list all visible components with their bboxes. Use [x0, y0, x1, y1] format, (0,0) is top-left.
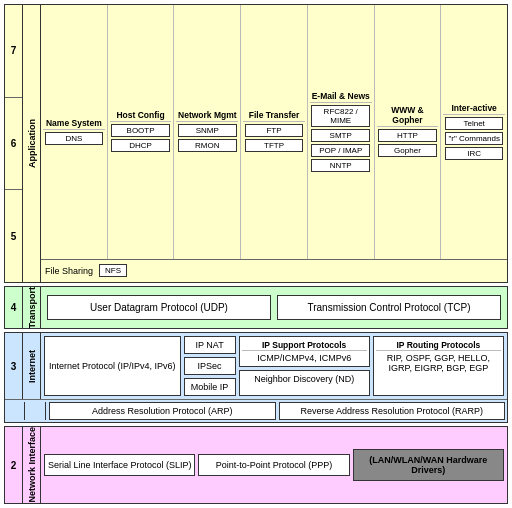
r-commands-box: "r" Commands [445, 132, 504, 145]
application-layer-label: Application [23, 5, 41, 282]
application-layer-name: Application [27, 119, 37, 168]
arp-spacer-label [28, 402, 46, 420]
ip-support-box: IP Support Protocols ICMP/ICMPv4, ICMPv6 [239, 336, 370, 367]
file-sharing-label: File Sharing [45, 266, 93, 276]
internet-protocols-area: Internet Protocol (IP/IPv4, IPv6) IP NAT… [41, 333, 507, 399]
app-col-title-www-gopher: WWW & Gopher [377, 105, 439, 127]
irc-box: IRC [445, 147, 504, 160]
internet-layer-name: Internet [27, 350, 37, 383]
arp-box: Address Resolution Protocol (ARP) [49, 402, 276, 420]
transport-layer-label: Transport [23, 287, 41, 329]
ip-support-protocols: ICMP/ICMPv4, ICMPv6 [242, 353, 367, 363]
bootp-box: BOOTP [111, 124, 170, 137]
internet-support-col: IP Support Protocols ICMP/ICMPv4, ICMPv6… [239, 336, 370, 396]
tftp-box: TFTP [245, 139, 304, 152]
ip-support-title: IP Support Protocols [242, 340, 367, 351]
ipsec-box: IPSec [184, 357, 236, 375]
internet-main-row: 3 Internet Internet Protocol (IP/IPv4, I… [5, 333, 507, 400]
tcp-box: Transmission Control Protocol (TCP) [277, 295, 501, 320]
transport-protocols-area: User Datagram Protocol (UDP) Transmissio… [41, 287, 507, 329]
network-interface-layer: 2 Network Interface Serial Line Interfac… [4, 426, 508, 504]
application-layer: 7 6 5 Application Name System DNS Host C… [4, 4, 508, 283]
ftp-box: FTP [245, 124, 304, 137]
dns-box: DNS [45, 132, 104, 145]
ip-routing-box: IP Routing Protocols RIP, OSPF, GGP, HEL… [373, 336, 504, 396]
arp-rarp-area: Address Resolution Protocol (ARP) Revers… [49, 402, 505, 420]
ppp-box: Point-to-Point Protocol (PPP) [198, 454, 349, 476]
app-col-title-host-config: Host Config [110, 110, 172, 122]
http-box: HTTP [378, 129, 437, 142]
app-file-transfer-cell: File Transfer FTP TFTP [241, 5, 308, 259]
internet-layer-number: 3 [5, 333, 23, 399]
app-www-gopher-cell: WWW & Gopher HTTP Gopher [375, 5, 442, 259]
transport-layer: 4 Transport User Datagram Protocol (UDP)… [4, 286, 508, 330]
internet-layer-label: Internet [23, 333, 41, 399]
dhcp-box: DHCP [111, 139, 170, 152]
layer-number-7: 7 [5, 5, 22, 98]
netif-layer-label: Network Interface [23, 427, 41, 503]
app-email-news-cell: E-Mail & News RFC822 / MIME SMTP POP / I… [308, 5, 375, 259]
rfc822-box: RFC822 / MIME [311, 105, 370, 127]
slip-box: Serial Line Interface Protocol (SLIP) [44, 454, 195, 476]
layer-number-5: 5 [5, 190, 22, 282]
internet-layer: 3 Internet Internet Protocol (IP/IPv4, I… [4, 332, 508, 423]
app-col-title-file-transfer: File Transfer [243, 110, 305, 122]
smtp-box: SMTP [311, 129, 370, 142]
netif-layer-number: 2 [5, 427, 23, 503]
netif-protocols-area: Serial Line Interface Protocol (SLIP) Po… [41, 427, 507, 503]
internet-routing-col: IP Routing Protocols RIP, OSPF, GGP, HEL… [373, 336, 504, 396]
app-host-config-cell: Host Config BOOTP DHCP [108, 5, 175, 259]
pop-imap-box: POP / IMAP [311, 144, 370, 157]
app-col-title-email-news: E-Mail & News [310, 91, 372, 103]
application-protocols: Name System DNS Host Config BOOTP DHCP N… [41, 5, 507, 282]
nntp-box: NNTP [311, 159, 370, 172]
lan-wlan-wan-box: (LAN/WLAN/WAN Hardware Drivers) [353, 449, 504, 481]
app-network-mgmt-cell: Network Mgmt SNMP RMON [174, 5, 241, 259]
ip-routing-protocols: RIP, OSPF, GGP, HELLO, IGRP, EIGRP, BGP,… [376, 353, 501, 373]
ip-routing-title: IP Routing Protocols [376, 340, 501, 351]
rarp-box: Reverse Address Resolution Protocol (RAR… [279, 402, 506, 420]
gopher-box: Gopher [378, 144, 437, 157]
netif-layer-name: Network Interface [27, 427, 37, 503]
internet-middle-col: IP NAT IPSec Mobile IP [184, 336, 236, 396]
neighbor-discovery-box: Neighbor Discovery (ND) [239, 370, 370, 396]
osi-model-diagram: 7 6 5 Application Name System DNS Host C… [0, 0, 512, 508]
ip-nat-box: IP NAT [184, 336, 236, 354]
udp-box: User Datagram Protocol (UDP) [47, 295, 271, 320]
app-name-system-cell: Name System DNS [41, 5, 108, 259]
app-col-title-network-mgmt: Network Mgmt [176, 110, 238, 122]
app-col-title-name-system: Name System [43, 118, 105, 130]
transport-layer-number: 4 [5, 287, 23, 329]
app-layer-numbers: 7 6 5 [5, 5, 23, 282]
arp-spacer-number [7, 402, 25, 420]
telnet-box: Telnet [445, 117, 504, 130]
ip-main-box: Internet Protocol (IP/IPv4, IPv6) [44, 336, 181, 396]
app-interactive-cell: Inter-active Telnet "r" Commands IRC [441, 5, 507, 259]
mobile-ip-box: Mobile IP [184, 378, 236, 396]
app-col-title-interactive: Inter-active [443, 103, 505, 115]
arp-rarp-row: Address Resolution Protocol (ARP) Revers… [5, 400, 507, 422]
snmp-box: SNMP [178, 124, 237, 137]
rmon-box: RMON [178, 139, 237, 152]
transport-layer-name: Transport [27, 287, 37, 329]
nfs-box: NFS [99, 264, 127, 277]
layer-number-6: 6 [5, 98, 22, 191]
